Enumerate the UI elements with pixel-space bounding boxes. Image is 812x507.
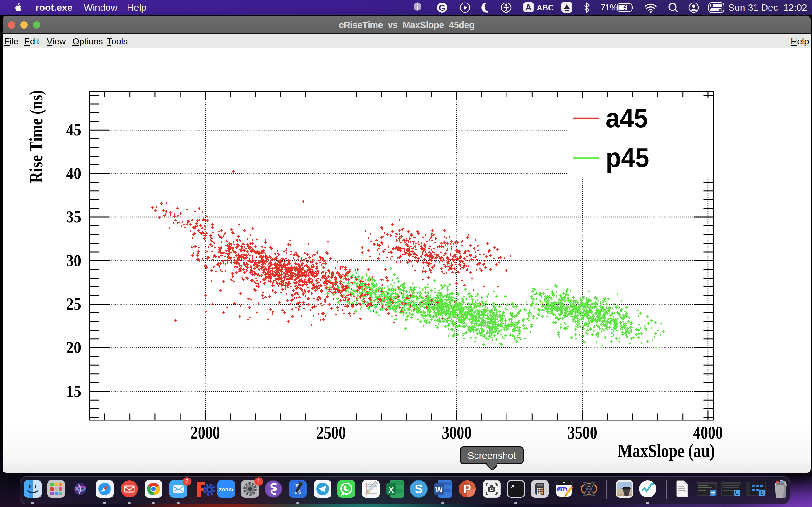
svg-text:30: 30 (66, 251, 82, 270)
svg-text:>_: >_ (510, 483, 518, 490)
svg-text:40: 40 (66, 164, 82, 182)
svg-text:3500: 3500 (567, 423, 597, 442)
svg-text:Rise Time (ns): Rise Time (ns) (26, 90, 46, 183)
svg-text:2500: 2500 (316, 423, 346, 442)
svg-text:X: X (388, 485, 394, 495)
svg-text:45: 45 (66, 121, 82, 139)
svg-text:35: 35 (66, 208, 82, 226)
svg-text:3000: 3000 (442, 423, 472, 442)
svg-text:S: S (415, 482, 422, 496)
svg-text:zoom: zoom (219, 487, 233, 493)
svg-text:a45: a45 (606, 103, 648, 133)
svg-text:2000: 2000 (190, 423, 220, 442)
svg-text:p45: p45 (606, 142, 649, 173)
svg-text:W: W (436, 486, 443, 494)
svg-text:P: P (463, 483, 471, 496)
svg-text:MaxSlope (au): MaxSlope (au) (618, 440, 715, 461)
svg-text:25: 25 (66, 295, 82, 313)
svg-text:20: 20 (66, 338, 82, 356)
svg-text:LITE: LITE (558, 487, 566, 491)
svg-text:15: 15 (66, 382, 82, 400)
svg-text:4000: 4000 (693, 423, 723, 442)
